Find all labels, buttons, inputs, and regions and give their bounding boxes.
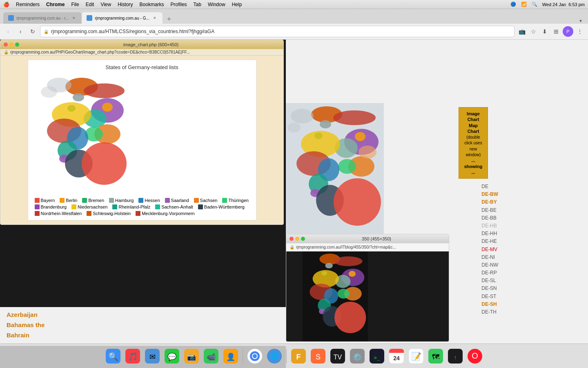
link-bahamas[interactable]: Bahamas the xyxy=(7,321,279,328)
menu-help[interactable]: Help xyxy=(232,2,242,7)
legend-color-mecklenburg xyxy=(136,211,140,216)
svg-text:↑: ↑ xyxy=(454,354,457,361)
state-code-DE-MV[interactable]: DE-MV xyxy=(481,246,498,254)
state-code-DE-BY[interactable]: DE-BY xyxy=(481,198,498,206)
back-button[interactable]: ‹ xyxy=(3,27,13,36)
legend-item-niedersachsen: Niedersachsen xyxy=(71,204,107,209)
reload-button[interactable]: ↻ xyxy=(28,27,38,36)
dock-messages[interactable]: 💬 xyxy=(163,348,180,365)
close-dot[interactable] xyxy=(4,43,8,47)
state-code-DE[interactable]: DE xyxy=(481,183,498,191)
svg-point-5 xyxy=(102,103,113,112)
dock-filezilla[interactable]: F xyxy=(290,348,307,365)
dock-contacts[interactable]: 👤 xyxy=(222,348,239,365)
state-code-DE-HB[interactable]: DE-HB xyxy=(481,222,498,230)
popup-maximize-dot[interactable] xyxy=(301,237,305,241)
menu-bookmarks[interactable]: Bookmarks xyxy=(140,2,164,7)
tab-favicon-1 xyxy=(8,15,14,21)
profile-avatar[interactable]: P xyxy=(563,26,573,37)
svg-text:🔍: 🔍 xyxy=(108,352,118,361)
state-code-DE-ST[interactable]: DE-ST xyxy=(481,293,498,301)
menu-icon[interactable]: ⋮ xyxy=(575,27,585,36)
svg-point-49 xyxy=(337,289,349,298)
bookmark-icon[interactable]: ☆ xyxy=(528,27,538,36)
tooltip-window-controls xyxy=(4,43,19,47)
dock-calendar[interactable]: 24 xyxy=(388,348,405,365)
dock-stocks[interactable]: ↑ xyxy=(447,348,464,365)
menu-reminders[interactable]: Reminders xyxy=(16,2,40,7)
legend-color-rheinland xyxy=(112,204,117,209)
svg-point-1 xyxy=(84,83,125,98)
tab-close-1[interactable]: ✕ xyxy=(71,15,77,21)
dock-mail[interactable]: ✉ xyxy=(144,348,161,365)
legend-label-saarland: Saarland xyxy=(171,198,189,203)
apple-menu[interactable]: 🍎 xyxy=(3,2,9,7)
state-code-DE-BE[interactable]: DE-BE xyxy=(481,206,498,214)
second-popup-window: 350 (455×350) 🔒 rjmprogramming.com.au/IT… xyxy=(286,234,449,342)
menu-chrome[interactable]: Chrome xyxy=(46,2,65,7)
tab-2[interactable]: rjmprogramming.com.au - G... ✕ xyxy=(82,12,162,24)
svg-text:⚙️: ⚙️ xyxy=(353,352,362,361)
dock-maps[interactable]: 🗺 xyxy=(427,348,444,365)
dock-opera[interactable]: O xyxy=(466,348,483,365)
download-icon[interactable]: ⬇ xyxy=(540,27,550,36)
sidebar-icon[interactable]: ⊞ xyxy=(551,27,561,36)
dock-facetime[interactable]: 📹 xyxy=(203,348,220,365)
state-code-DE-BW[interactable]: DE-BW xyxy=(481,191,498,198)
dock-terminal[interactable]: >_ xyxy=(368,348,385,365)
tab-close-2[interactable]: ✕ xyxy=(152,15,158,21)
menu-window[interactable]: Window xyxy=(208,2,225,7)
menu-bar-right: 🔵 📶 🔍 Wed 24 Jan 6:53 pm xyxy=(510,2,585,7)
dock-reminders[interactable]: 📝 xyxy=(408,348,425,365)
menu-file[interactable]: File xyxy=(71,2,79,7)
popup-minimize-dot[interactable] xyxy=(295,237,299,241)
legend-label-brandenburg: Brandenburg xyxy=(41,204,67,209)
state-code-DE-BB[interactable]: DE-BB xyxy=(481,214,498,222)
tooltip-url-text: rjmprogramming.com.au/PHP/GeoChart/image… xyxy=(10,50,190,54)
tab-overflow-button[interactable]: ▾ xyxy=(577,18,585,24)
legend-item-schleswig: Schleswig-Holstein xyxy=(87,211,131,216)
state-code-DE-HE[interactable]: DE-HE xyxy=(481,238,498,245)
popup-close-dot[interactable] xyxy=(290,237,294,241)
bluetooth-icon: 🔵 xyxy=(510,2,516,7)
forward-button[interactable]: › xyxy=(16,27,25,36)
menu-view[interactable]: View xyxy=(100,2,111,7)
state-code-DE-TH[interactable]: DE-TH xyxy=(481,308,498,316)
dock-sublime[interactable]: S xyxy=(310,348,327,365)
legend-item-hessen: Hessen xyxy=(138,198,160,203)
map-card-title: States of Germany-related lists xyxy=(35,64,249,70)
state-code-DE-NW[interactable]: DE-NW xyxy=(481,261,498,269)
state-code-DE-HH[interactable]: DE-HH xyxy=(481,230,498,238)
dock-systemprefs[interactable]: ⚙️ xyxy=(349,348,366,365)
dock-safari[interactable]: 🌐 xyxy=(266,348,283,365)
state-code-DE-NI[interactable]: DE-NI xyxy=(481,254,498,261)
url-bar[interactable]: 🔒 rjmprogramming.com.au/HTMLCSS/regions_… xyxy=(40,26,514,37)
tooltip-url-bar[interactable]: 🔒 rjmprogramming.com.au/PHP/GeoChart/ima… xyxy=(0,49,283,56)
image-chart-widget[interactable]: ImageChartMapChart(doubleclick usesnewwi… xyxy=(459,107,488,179)
dock-chrome[interactable] xyxy=(246,348,263,365)
tab-1[interactable]: rjmprogramming.com.au - r... ✕ xyxy=(3,12,82,24)
dock-appletv[interactable]: TV xyxy=(329,348,346,365)
menu-profiles[interactable]: Profiles xyxy=(171,2,187,7)
tab-favicon-2 xyxy=(87,15,92,21)
browser-chrome: rjmprogramming.com.au - r... ✕ rjmprogra… xyxy=(0,9,588,40)
dock-photos[interactable]: 📷 xyxy=(183,348,200,365)
state-code-DE-RP[interactable]: DE-RP xyxy=(481,269,498,277)
cast-icon[interactable]: 📺 xyxy=(517,27,527,36)
minimize-dot[interactable] xyxy=(9,43,13,47)
state-code-DE-SN[interactable]: DE-SN xyxy=(481,285,498,292)
state-code-DE-SL[interactable]: DE-SL xyxy=(481,277,498,285)
link-azerbaijan[interactable]: Azerbaijan xyxy=(7,311,279,318)
menu-history[interactable]: History xyxy=(118,2,133,7)
popup-url-bar[interactable]: 🔒 rjmprogramming.com.au/ITblog/455/350/?… xyxy=(286,243,449,251)
menu-edit[interactable]: Edit xyxy=(86,2,94,7)
state-code-DE-SH[interactable]: DE-SH xyxy=(481,301,498,308)
dock-music[interactable]: 🎵 xyxy=(124,348,141,365)
tab-bar: rjmprogramming.com.au - r... ✕ rjmprogra… xyxy=(0,9,588,24)
maximize-dot[interactable] xyxy=(15,43,19,47)
legend-label-bremen: Bremen xyxy=(88,198,104,203)
dock-finder[interactable]: 🔍 xyxy=(105,348,122,365)
new-tab-button[interactable]: ＋ xyxy=(164,14,174,24)
link-bahrain[interactable]: Bahrain xyxy=(7,332,279,339)
menu-tab[interactable]: Tab xyxy=(194,2,201,7)
